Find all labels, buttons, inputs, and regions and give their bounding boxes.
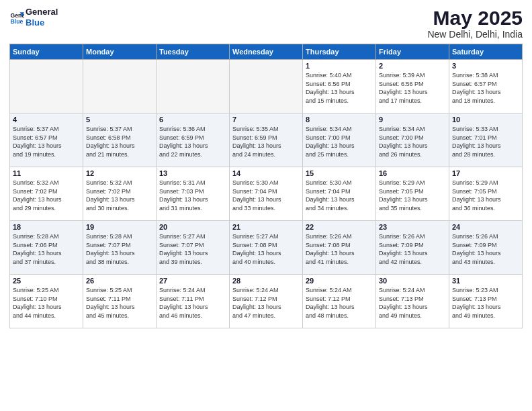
calendar-week-1: 1Sunrise: 5:40 AMSunset: 6:56 PMDaylight… (10, 60, 523, 113)
day-info: Sunrise: 5:23 AMSunset: 7:13 PMDaylight:… (452, 286, 519, 320)
day-info: Sunrise: 5:35 AMSunset: 6:59 PMDaylight:… (232, 125, 300, 158)
svg-text:Blue: Blue (11, 18, 24, 25)
table-row: 14Sunrise: 5:30 AMSunset: 7:04 PMDayligh… (230, 167, 303, 221)
table-row: 1Sunrise: 5:40 AMSunset: 6:56 PMDaylight… (303, 60, 376, 113)
col-monday: Monday (83, 44, 157, 60)
day-info: Sunrise: 5:26 AMSunset: 7:08 PMDaylight:… (306, 232, 373, 266)
day-number: 15 (306, 169, 373, 177)
day-number: 17 (452, 169, 519, 177)
col-wednesday: Wednesday (230, 44, 303, 60)
col-sunday: Sunday (10, 44, 83, 60)
general-blue-logo-icon: General Blue (9, 10, 24, 25)
day-info: Sunrise: 5:24 AMSunset: 7:11 PMDaylight:… (159, 286, 226, 320)
table-row: 28Sunrise: 5:24 AMSunset: 7:12 PMDayligh… (230, 275, 303, 328)
table-row (83, 60, 157, 113)
day-number: 23 (379, 223, 446, 231)
day-info: Sunrise: 5:34 AMSunset: 7:00 PMDaylight:… (379, 125, 446, 158)
day-number: 1 (306, 62, 373, 70)
table-row: 16Sunrise: 5:29 AMSunset: 7:05 PMDayligh… (376, 167, 449, 221)
day-info: Sunrise: 5:30 AMSunset: 7:04 PMDaylight:… (306, 179, 373, 212)
table-row: 4Sunrise: 5:37 AMSunset: 6:57 PMDaylight… (10, 113, 83, 167)
day-info: Sunrise: 5:30 AMSunset: 7:04 PMDaylight:… (232, 179, 300, 212)
day-number: 4 (13, 116, 80, 124)
day-number: 2 (379, 62, 446, 70)
table-row: 20Sunrise: 5:27 AMSunset: 7:07 PMDayligh… (157, 221, 230, 275)
header: General Blue General Blue May 2025 New D… (9, 7, 523, 40)
day-info: Sunrise: 5:36 AMSunset: 6:59 PMDaylight:… (159, 125, 226, 158)
calendar-week-4: 18Sunrise: 5:28 AMSunset: 7:06 PMDayligh… (10, 221, 523, 275)
day-info: Sunrise: 5:24 AMSunset: 7:12 PMDaylight:… (232, 286, 300, 320)
day-info: Sunrise: 5:27 AMSunset: 7:08 PMDaylight:… (232, 232, 300, 266)
table-row: 11Sunrise: 5:32 AMSunset: 7:02 PMDayligh… (10, 167, 83, 221)
day-number: 27 (159, 277, 226, 285)
calendar-week-3: 11Sunrise: 5:32 AMSunset: 7:02 PMDayligh… (10, 167, 523, 221)
day-info: Sunrise: 5:37 AMSunset: 6:57 PMDaylight:… (13, 125, 80, 158)
title-block: May 2025 New Delhi, Delhi, India (427, 7, 523, 40)
page: General Blue General Blue May 2025 New D… (0, 0, 532, 411)
table-row: 23Sunrise: 5:26 AMSunset: 7:09 PMDayligh… (376, 221, 449, 275)
day-info: Sunrise: 5:37 AMSunset: 6:58 PMDaylight:… (86, 125, 153, 158)
table-row: 24Sunrise: 5:26 AMSunset: 7:09 PMDayligh… (449, 221, 523, 275)
table-row: 9Sunrise: 5:34 AMSunset: 7:00 PMDaylight… (376, 113, 449, 167)
day-number: 16 (379, 169, 446, 177)
col-tuesday: Tuesday (157, 44, 230, 60)
calendar-week-2: 4Sunrise: 5:37 AMSunset: 6:57 PMDaylight… (10, 113, 523, 167)
day-number: 21 (232, 223, 300, 231)
day-info: Sunrise: 5:26 AMSunset: 7:09 PMDaylight:… (379, 232, 446, 266)
day-info: Sunrise: 5:24 AMSunset: 7:13 PMDaylight:… (379, 286, 446, 320)
day-info: Sunrise: 5:29 AMSunset: 7:05 PMDaylight:… (379, 179, 446, 212)
day-info: Sunrise: 5:25 AMSunset: 7:10 PMDaylight:… (13, 286, 80, 320)
logo-text-line2: Blue (26, 17, 58, 28)
day-number: 3 (452, 62, 519, 70)
table-row: 27Sunrise: 5:24 AMSunset: 7:11 PMDayligh… (157, 275, 230, 328)
day-info: Sunrise: 5:26 AMSunset: 7:09 PMDaylight:… (452, 232, 519, 266)
table-row: 15Sunrise: 5:30 AMSunset: 7:04 PMDayligh… (303, 167, 376, 221)
day-info: Sunrise: 5:28 AMSunset: 7:07 PMDaylight:… (86, 232, 153, 266)
day-number: 14 (232, 169, 300, 177)
day-number: 11 (13, 169, 80, 177)
calendar-subtitle: New Delhi, Delhi, India (427, 29, 523, 40)
table-row (157, 60, 230, 113)
day-number: 5 (86, 116, 153, 124)
day-info: Sunrise: 5:33 AMSunset: 7:01 PMDaylight:… (452, 125, 519, 158)
table-row: 26Sunrise: 5:25 AMSunset: 7:11 PMDayligh… (83, 275, 157, 328)
table-row: 5Sunrise: 5:37 AMSunset: 6:58 PMDaylight… (83, 113, 157, 167)
table-row: 10Sunrise: 5:33 AMSunset: 7:01 PMDayligh… (449, 113, 523, 167)
table-row: 29Sunrise: 5:24 AMSunset: 7:12 PMDayligh… (303, 275, 376, 328)
table-row: 6Sunrise: 5:36 AMSunset: 6:59 PMDaylight… (157, 113, 230, 167)
day-info: Sunrise: 5:32 AMSunset: 7:02 PMDaylight:… (86, 179, 153, 212)
day-number: 13 (159, 169, 226, 177)
day-info: Sunrise: 5:28 AMSunset: 7:06 PMDaylight:… (13, 232, 80, 266)
day-number: 30 (379, 277, 446, 285)
day-info: Sunrise: 5:24 AMSunset: 7:12 PMDaylight:… (306, 286, 373, 320)
day-number: 10 (452, 116, 519, 124)
day-number: 9 (379, 116, 446, 124)
table-row: 13Sunrise: 5:31 AMSunset: 7:03 PMDayligh… (157, 167, 230, 221)
day-info: Sunrise: 5:32 AMSunset: 7:02 PMDaylight:… (13, 179, 80, 212)
table-row (10, 60, 83, 113)
day-info: Sunrise: 5:40 AMSunset: 6:56 PMDaylight:… (306, 71, 373, 105)
day-number: 24 (452, 223, 519, 231)
day-number: 12 (86, 169, 153, 177)
day-number: 29 (306, 277, 373, 285)
table-row: 18Sunrise: 5:28 AMSunset: 7:06 PMDayligh… (10, 221, 83, 275)
day-number: 20 (159, 223, 226, 231)
table-row: 19Sunrise: 5:28 AMSunset: 7:07 PMDayligh… (83, 221, 157, 275)
day-number: 26 (86, 277, 153, 285)
day-number: 28 (232, 277, 300, 285)
table-row: 31Sunrise: 5:23 AMSunset: 7:13 PMDayligh… (449, 275, 523, 328)
calendar-title: May 2025 (427, 7, 523, 29)
table-row: 22Sunrise: 5:26 AMSunset: 7:08 PMDayligh… (303, 221, 376, 275)
table-row: 3Sunrise: 5:38 AMSunset: 6:57 PMDaylight… (449, 60, 523, 113)
day-number: 25 (13, 277, 80, 285)
day-info: Sunrise: 5:27 AMSunset: 7:07 PMDaylight:… (159, 232, 226, 266)
day-number: 22 (306, 223, 373, 231)
table-row: 25Sunrise: 5:25 AMSunset: 7:10 PMDayligh… (10, 275, 83, 328)
table-row (230, 60, 303, 113)
day-info: Sunrise: 5:31 AMSunset: 7:03 PMDaylight:… (159, 179, 226, 212)
day-info: Sunrise: 5:29 AMSunset: 7:05 PMDaylight:… (452, 179, 519, 212)
table-row: 12Sunrise: 5:32 AMSunset: 7:02 PMDayligh… (83, 167, 157, 221)
table-row: 21Sunrise: 5:27 AMSunset: 7:08 PMDayligh… (230, 221, 303, 275)
table-row: 8Sunrise: 5:34 AMSunset: 7:00 PMDaylight… (303, 113, 376, 167)
calendar-table: Sunday Monday Tuesday Wednesday Thursday… (9, 44, 523, 328)
